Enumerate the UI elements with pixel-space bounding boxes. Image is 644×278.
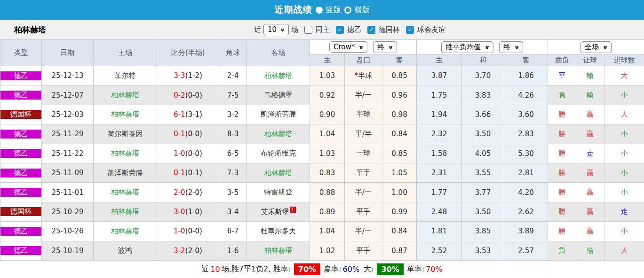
avg-away-cell: 5.30 [504,144,548,163]
avg-draw-cell: 3.66 [462,105,504,124]
result-goals-cell: 小 [604,124,644,144]
games-count-select[interactable]: 10 ∨ [263,24,289,35]
league-type-badge: 德乙 [0,149,41,158]
avg-draw-cell: 4.05 [462,144,504,163]
result-handicap-cell: 贏 [576,222,604,241]
sub-header-odds-home: 主 [310,54,345,66]
type-cell: 德乙 [0,66,42,85]
recent-results-header: 近期战绩 竖版 横版 [0,0,644,20]
handicap-cell: 平手 [345,202,382,221]
league-type-badge: 德乙 [0,130,41,139]
result-handicap-cell: 贏 [576,183,604,202]
col-header-home: 主场 [94,40,157,66]
summary-near-label: 近 [201,264,209,274]
odds-away-cell: 0.98 [382,105,417,124]
away-team-cell: 布轮斯维克 [247,144,310,163]
type-cell: 德乙 [0,163,42,182]
games-suffix-label: 场 [291,25,298,34]
odds-away-cell: 0.84 [382,222,417,241]
league-type-badge: 德乙 [0,71,41,80]
col-header-score: 比分(半场) [157,40,219,66]
same-home-checkbox[interactable] [304,26,312,34]
odds-home-cell: 1.04 [310,124,345,144]
win-rate-badge: 70% [294,263,320,275]
team-name: 柏林赫塔 [14,24,46,35]
recent-matches-table: 类型 日期 主场 比分(半场) 角球 客场 Crow* ∨ 终 ∨ [0,39,644,261]
match-row: 德乙 25-10-26 柏林赫塔 1-0(0-0) 6-7 杜塞尔多夫 1.04… [0,222,644,241]
avg-home-cell: 2.32 [417,124,462,144]
avg-draw-cell: 3.77 [462,183,504,202]
date-cell: 25-10-26 [42,222,94,241]
result-goals-cell: 大 [604,105,644,124]
league-de2-checkbox[interactable] [336,26,344,34]
result-handicap-cell: 輸 [576,85,604,105]
result-outcome-cell: 勝 [548,222,576,241]
score-cell: 3-3(1-2) [157,66,219,85]
horizontal-view-label[interactable]: 横版 [355,5,370,15]
result-outcome-cell: 勝 [548,144,576,163]
odds-time-dropdown-1[interactable]: 终 ∨ [373,41,397,53]
odds-home-cell: 1.04 [310,222,345,241]
odds-home-cell: 0.89 [310,202,345,221]
avg-home-cell: 2.52 [417,241,462,260]
same-home-label[interactable]: 同主 [316,25,330,34]
result-handicap-cell: 贏 [576,202,604,221]
vertical-view-label[interactable]: 竖版 [326,5,341,15]
league-cup-label[interactable]: 德国杯 [379,25,400,34]
league-type-badge: 德乙 [0,91,41,100]
odds-home-cell: 1.03 [310,144,345,163]
big-rate-badge: 30% [377,263,403,275]
league-cup-checkbox[interactable] [367,26,375,34]
avg-away-cell: 4.20 [504,183,548,202]
type-cell: 德国杯 [0,105,42,124]
avg-odds-dropdown[interactable]: 胜平负均值 ∨ [441,41,493,53]
home-team-cell: 柏林赫塔 [94,105,157,124]
corner-cell: 3-4 [219,202,247,221]
league-friendly-checkbox[interactable] [406,26,414,34]
handicap-cell: 一球 [345,144,382,163]
league-friendly-label[interactable]: 球会友谊 [417,25,445,34]
sub-header-avg-away: 客 [504,54,548,66]
home-team-cell: 柏林赫塔 [94,222,157,241]
away-team-cell: 柏林赫塔 [247,163,310,182]
score-cell: 1-0(0-0) [157,144,219,163]
corner-cell: 6-5 [219,144,247,163]
avg-home-cell: 1.77 [417,183,462,202]
match-row: 德乙 25-10-19 波鸿 3-2(2-0) 1-6 柏林赫塔 1.02 平手… [0,241,644,260]
result-handicap-cell: 贏 [576,124,604,144]
type-cell: 德乙 [0,241,42,260]
odds-source-dropdown[interactable]: Crow* ∨ [329,41,367,53]
result-outcome-cell: 平 [548,66,576,85]
avg-home-cell: 3.87 [417,66,462,85]
result-handicap-cell: 走 [576,144,604,163]
scope-dropdown[interactable]: 全场 ∨ [580,41,612,53]
score-cell: 6-1(3-1) [157,105,219,124]
avg-home-cell: 2.31 [417,163,462,182]
avg-draw-cell: 3.70 [462,66,504,85]
corner-cell: 7-5 [219,85,247,105]
horizontal-view-radio[interactable] [344,7,351,14]
score-cell: 0-1(0-1) [157,163,219,182]
away-team-cell: 艾禾斯堡1 [247,202,310,221]
away-team-cell: 柏林赫塔 [247,241,310,260]
avg-away-cell: 2.81 [504,163,548,182]
date-cell: 25-11-29 [42,124,94,144]
avg-home-cell: 2.48 [417,202,462,221]
date-cell: 25-11-01 [42,183,94,202]
result-outcome-cell: 勝 [548,183,576,202]
odds-time-dropdown-2[interactable]: 终 ∨ [499,41,523,53]
result-handicap-cell: 輸 [576,241,604,260]
vertical-view-radio[interactable] [316,7,323,14]
league-de2-label[interactable]: 德乙 [347,25,361,34]
col-header-away: 客场 [247,40,310,66]
sub-header-avg-home: 主 [417,54,462,66]
home-team-cell: 菲尔特 [94,66,157,85]
result-outcome-cell: 負 [548,241,576,260]
date-cell: 25-10-19 [42,241,94,260]
avg-draw-cell: 3.83 [462,85,504,105]
avg-away-cell: 2.83 [504,124,548,144]
handicap-cell: 半/一 [345,183,382,202]
match-row: 德乙 25-11-29 荷尔斯泰因 0-1(0-0) 8-3 柏林赫塔 1.04… [0,124,644,144]
away-team-cell: 凯泽斯劳滕 [247,105,310,124]
match-row: 德乙 25-12-07 柏林赫塔 0-2(0-0) 7-5 马格德堡 0.92 … [0,85,644,105]
